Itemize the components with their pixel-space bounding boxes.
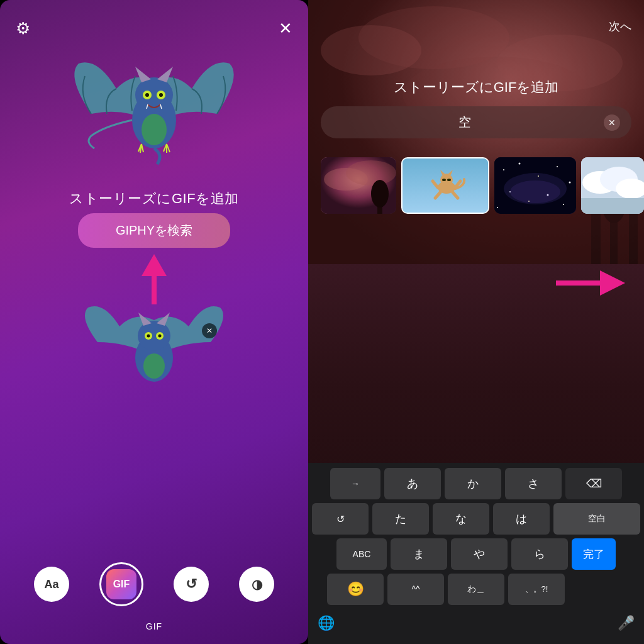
svg-point-50 xyxy=(497,207,498,208)
key-space[interactable]: 空白 xyxy=(553,503,640,535)
key-ka[interactable]: か xyxy=(445,468,501,499)
search-bar[interactable]: 空 ✕ xyxy=(321,106,631,138)
svg-point-44 xyxy=(557,166,558,167)
keyboard-row-1: → あ か さ ⌫ xyxy=(312,468,640,499)
key-backspace[interactable]: ⌫ xyxy=(565,468,622,499)
svg-point-5 xyxy=(159,93,163,97)
svg-point-27 xyxy=(346,160,396,186)
svg-point-45 xyxy=(569,182,571,184)
gif-label: GIF xyxy=(146,621,162,631)
keyboard-bottom-bar: 🌐 🎤 xyxy=(308,610,644,644)
keyboard-row-4: 😊 ^^ わ＿ 、。?! xyxy=(312,574,640,605)
search-clear-button[interactable]: ✕ xyxy=(604,114,620,131)
svg-rect-57 xyxy=(581,198,644,214)
svg-point-35 xyxy=(447,179,451,181)
svg-point-41 xyxy=(503,169,504,170)
keyboard: → あ か さ ⌫ ↺ た な は 空白 ABC ま xyxy=(308,463,644,644)
add-gif-text-left: ストーリーズにGIFを追加 xyxy=(69,189,238,208)
right-panel: 次へ ストーリーズにGIFを追加 空 ✕ xyxy=(308,0,644,644)
add-gif-title: ストーリーズにGIFを追加 xyxy=(308,78,644,97)
bat-image-bottom: ✕ xyxy=(79,292,230,418)
svg-point-42 xyxy=(519,163,521,165)
svg-point-52 xyxy=(510,180,560,203)
text-tool-button[interactable]: Aa xyxy=(34,567,69,602)
key-ha[interactable]: は xyxy=(493,503,550,535)
mic-button[interactable]: 🎤 xyxy=(618,615,635,631)
key-wa[interactable]: わ＿ xyxy=(448,574,504,605)
key-ya[interactable]: や xyxy=(451,538,508,570)
key-ma[interactable]: ま xyxy=(391,538,447,570)
left-panel: ⚙ ✕ xyxy=(0,0,308,644)
key-emoji[interactable]: 😊 xyxy=(327,574,384,605)
key-undo[interactable]: ↺ xyxy=(312,503,369,535)
search-input[interactable]: 空 xyxy=(332,114,597,131)
keyboard-row-2: ↺ た な は 空白 xyxy=(312,503,640,535)
gif-thumb-2[interactable] xyxy=(401,157,489,214)
globe-button[interactable]: 🌐 xyxy=(318,615,335,631)
gif-results xyxy=(308,148,644,223)
key-done[interactable]: 完了 xyxy=(572,538,616,570)
svg-point-11 xyxy=(147,335,150,338)
gif-thumb-4[interactable] xyxy=(581,157,644,214)
key-a[interactable]: あ xyxy=(384,468,441,499)
key-punct[interactable]: 、。?! xyxy=(508,574,565,605)
svg-point-49 xyxy=(563,204,564,205)
key-ta[interactable]: た xyxy=(372,503,429,535)
next-button[interactable]: 次へ xyxy=(609,19,631,34)
gif-thumb-1[interactable] xyxy=(321,157,396,214)
gif-tool-button[interactable]: GIF xyxy=(99,562,143,606)
chart-tool-button[interactable]: ◑ xyxy=(239,567,274,602)
key-arrow[interactable]: → xyxy=(330,468,380,499)
gif-icon: GIF xyxy=(106,569,136,599)
bottom-toolbar: Aa GIF ↺ ◑ xyxy=(0,562,308,606)
key-abc[interactable]: ABC xyxy=(336,538,387,570)
settings-icon[interactable]: ⚙ xyxy=(16,19,30,38)
key-sa[interactable]: さ xyxy=(505,468,562,499)
pink-right-arrow xyxy=(556,270,625,296)
keyboard-row-3: ABC ま や ら 完了 xyxy=(312,538,640,570)
svg-point-34 xyxy=(442,179,446,181)
close-icon[interactable]: ✕ xyxy=(279,19,292,38)
arrow-head-right xyxy=(600,270,625,296)
right-header: 次へ xyxy=(308,0,644,40)
arrow-head xyxy=(142,254,167,276)
key-empty xyxy=(569,574,625,605)
keyboard-rows: → あ か さ ⌫ ↺ た な は 空白 ABC ま xyxy=(308,463,644,610)
bat-close-badge[interactable]: ✕ xyxy=(202,323,217,338)
svg-point-29 xyxy=(371,180,389,208)
right-content: 次へ ストーリーズにGIFを追加 空 ✕ xyxy=(308,0,644,644)
svg-point-8 xyxy=(138,321,170,351)
key-na[interactable]: な xyxy=(433,503,489,535)
svg-point-4 xyxy=(145,93,149,97)
search-giphy-button[interactable]: GIPHYを検索 xyxy=(78,213,230,248)
bat-image-top xyxy=(60,38,248,183)
svg-point-12 xyxy=(158,335,162,338)
svg-point-13 xyxy=(143,353,165,379)
timer-tool-button[interactable]: ↺ xyxy=(174,567,209,602)
key-ra[interactable]: ら xyxy=(511,538,568,570)
gif-thumb-3[interactable] xyxy=(494,157,576,214)
svg-point-6 xyxy=(142,114,167,145)
arrow-shaft-right xyxy=(556,280,600,286)
key-caps[interactable]: ^^ xyxy=(387,574,444,605)
